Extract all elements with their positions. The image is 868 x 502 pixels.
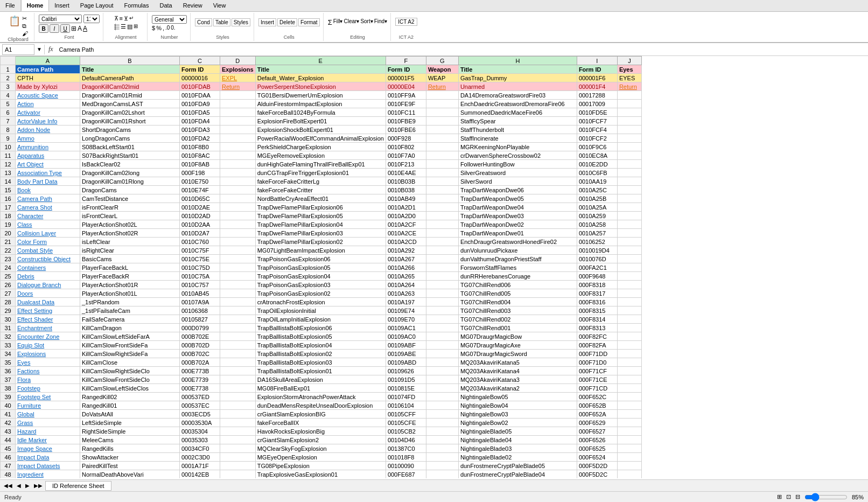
cell-g-33[interactable] bbox=[426, 341, 458, 350]
cell-f-30[interactable]: 00109E70 bbox=[386, 315, 426, 324]
cell-a-8[interactable]: Addon Node bbox=[16, 126, 80, 134]
cell-e-9[interactable]: PowerRacialWoodElfCommandAnimalExplosion bbox=[255, 134, 386, 143]
align-bottom-button[interactable]: ⊻ bbox=[124, 15, 128, 22]
cell-g-48[interactable] bbox=[426, 470, 458, 479]
cell-d-30[interactable] bbox=[220, 315, 256, 324]
cell-a-10[interactable]: Ammunition bbox=[16, 143, 80, 151]
cell-a-34[interactable]: Explosions bbox=[16, 350, 80, 358]
cell-c-41[interactable]: 0003ECD5 bbox=[180, 410, 220, 419]
cell-i-29[interactable]: 000F8315 bbox=[577, 306, 617, 315]
cell-a-35[interactable]: Eyes bbox=[16, 358, 80, 367]
cell-e-15[interactable]: fakeForceFakeCritter bbox=[255, 186, 386, 194]
cell-i-14[interactable]: 0010AA19 bbox=[577, 177, 617, 186]
cell-i-8[interactable]: 0010FCF4 bbox=[577, 126, 617, 134]
cell-h-26[interactable]: TG07ChillRend006 bbox=[458, 281, 577, 289]
cell-f-27[interactable]: 0010A263 bbox=[386, 289, 426, 298]
cell-g-26[interactable] bbox=[426, 281, 458, 289]
cell-a-42[interactable]: Grass bbox=[16, 419, 80, 427]
cell-b-16[interactable]: CamTestDistance bbox=[80, 194, 180, 203]
format-cell-button[interactable]: Format bbox=[298, 18, 320, 26]
cell-e-43[interactable]: HavokRocksExplosionBig bbox=[255, 427, 386, 436]
cell-i-19[interactable]: 0010A258 bbox=[577, 220, 617, 229]
cell-g-45[interactable] bbox=[426, 444, 458, 453]
cell-a-17[interactable]: Camera Shot bbox=[16, 203, 80, 212]
cell-c-37[interactable]: 000E7739 bbox=[180, 375, 220, 384]
cell-c-25[interactable]: 0010C75A bbox=[180, 272, 220, 281]
cell-a-20[interactable]: Collision Layer bbox=[16, 229, 80, 238]
cell-b-26[interactable]: PlayerActionShot01R bbox=[80, 281, 180, 289]
cell-i-25[interactable]: 000F9648 bbox=[577, 272, 617, 281]
cell-e-28[interactable]: crAtronachFrostExplosion bbox=[255, 298, 386, 306]
cell-c-29[interactable]: 00106368 bbox=[180, 306, 220, 315]
cell-c-14[interactable]: 0010E750 bbox=[180, 177, 220, 186]
cell-c-23[interactable]: 0010C75E bbox=[180, 255, 220, 263]
cell-i-33[interactable]: 000F82FA bbox=[577, 341, 617, 350]
cell-f-36[interactable]: 00109626 bbox=[386, 367, 426, 375]
cell-d-25[interactable] bbox=[220, 272, 256, 281]
cell-h-41[interactable]: NightingaleBow03 bbox=[458, 410, 577, 419]
cell-g-41[interactable] bbox=[426, 410, 458, 419]
cell-d-5[interactable] bbox=[220, 100, 256, 108]
cell-d-3[interactable]: Return bbox=[220, 82, 256, 91]
cell-a-1[interactable]: Camera Path bbox=[16, 65, 80, 74]
align-top-button[interactable]: ⊼ bbox=[114, 15, 118, 22]
col-header-c[interactable]: C bbox=[180, 57, 220, 65]
cell-g-37[interactable] bbox=[426, 375, 458, 384]
cell-b-48[interactable]: NormalDeathAboveVari bbox=[80, 470, 180, 479]
cell-d-15[interactable] bbox=[220, 186, 256, 194]
cell-a-6[interactable]: Activator bbox=[16, 108, 80, 117]
cell-i-22[interactable]: 0010019D4 bbox=[577, 246, 617, 255]
conditional-format-button[interactable]: Cond bbox=[195, 18, 212, 26]
cell-c-43[interactable]: 00035304 bbox=[180, 427, 220, 436]
cell-c-8[interactable]: 0010FDA3 bbox=[180, 126, 220, 134]
cell-i-4[interactable]: 00017288 bbox=[577, 91, 617, 100]
cell-e-23[interactable]: TrapPoisonGasExplosion06 bbox=[255, 255, 386, 263]
cell-b-1[interactable]: Title bbox=[80, 65, 180, 74]
cell-e-16[interactable]: NordBattleCryAreaEffect01 bbox=[255, 194, 386, 203]
cell-c-27[interactable]: 0010AB45 bbox=[180, 289, 220, 298]
cell-g-25[interactable] bbox=[426, 272, 458, 281]
underline-button[interactable]: U bbox=[60, 24, 70, 33]
cell-j-34[interactable] bbox=[617, 350, 641, 358]
cell-d-27[interactable] bbox=[220, 289, 256, 298]
cell-a-36[interactable]: Factions bbox=[16, 367, 80, 375]
cell-b-32[interactable]: KillCamSlowLeftSideFarA bbox=[80, 332, 180, 341]
cell-j-42[interactable] bbox=[617, 419, 641, 427]
cell-f-2[interactable]: 000001F5 bbox=[386, 74, 426, 82]
cell-d-21[interactable] bbox=[220, 238, 256, 246]
cell-f-25[interactable]: 0010A265 bbox=[386, 272, 426, 281]
comma-button[interactable]: , bbox=[163, 25, 164, 31]
cell-f-48[interactable]: 000FE687 bbox=[386, 470, 426, 479]
cell-b-21[interactable]: isLeftClear bbox=[80, 238, 180, 246]
cell-i-13[interactable]: 0010C6FB bbox=[577, 169, 617, 177]
cell-d-22[interactable] bbox=[220, 246, 256, 255]
cell-h-27[interactable]: TG07ChillRend005 bbox=[458, 289, 577, 298]
cell-d-45[interactable] bbox=[220, 444, 256, 453]
cell-e-29[interactable]: TrapOilExplosionInitial bbox=[255, 306, 386, 315]
cell-b-9[interactable]: LongDragonCams bbox=[80, 134, 180, 143]
cell-j-1[interactable]: Eyes bbox=[617, 65, 641, 74]
cell-f-7[interactable]: 0010FBE9 bbox=[386, 117, 426, 126]
cell-c-18[interactable]: 0010D2AD bbox=[180, 212, 220, 220]
cell-c-46[interactable]: 0002C3D0 bbox=[180, 453, 220, 462]
cell-d-17[interactable] bbox=[220, 203, 256, 212]
cell-j-10[interactable] bbox=[617, 143, 641, 151]
cell-a-27[interactable]: Doors bbox=[16, 289, 80, 298]
cell-e-5[interactable]: AlduinFirestormImpactExplosion bbox=[255, 100, 386, 108]
cell-c-13[interactable]: 000F198 bbox=[180, 169, 220, 177]
cell-j-47[interactable] bbox=[617, 462, 641, 470]
cell-f-32[interactable]: 00109AC0 bbox=[386, 332, 426, 341]
copy-button[interactable]: ⧉ bbox=[22, 23, 28, 30]
cell-h-3[interactable]: Unarmed bbox=[458, 82, 577, 91]
cell-f-4[interactable]: 0010FF9A bbox=[386, 91, 426, 100]
cell-a-13[interactable]: Association Type bbox=[16, 169, 80, 177]
cell-e-11[interactable]: MGEyeRemoveExplosion bbox=[255, 151, 386, 160]
cell-h-47[interactable]: dunFrostmereCryptPaleBlade05 bbox=[458, 462, 577, 470]
col-header-i[interactable]: I bbox=[577, 57, 617, 65]
cell-h-38[interactable]: MQ203AkaviriKatana2 bbox=[458, 384, 577, 393]
cell-e-48[interactable]: TrapExplosiveGasExplosion01 bbox=[255, 470, 386, 479]
cell-i-12[interactable]: 0010E2DD bbox=[577, 160, 617, 169]
cell-d-12[interactable] bbox=[220, 160, 256, 169]
cell-c-30[interactable]: 00105827 bbox=[180, 315, 220, 324]
cell-b-37[interactable]: KillCamSlowFrontSideClo bbox=[80, 375, 180, 384]
